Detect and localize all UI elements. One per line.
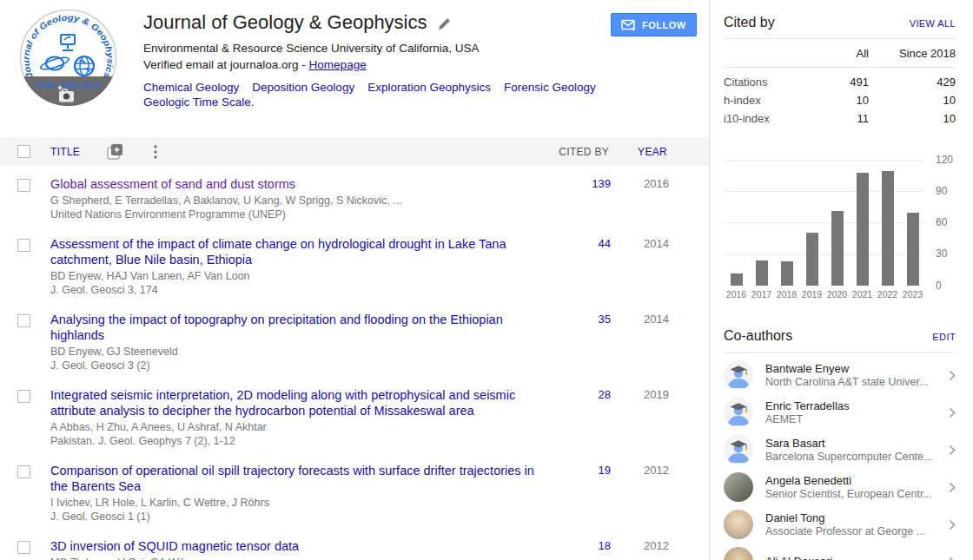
chart-y-tick: 0 [936, 280, 942, 292]
article-year: 2012 [611, 464, 669, 477]
interest-link-deposition-geology[interactable]: Deposition Geology [252, 80, 354, 95]
article-checkbox[interactable] [17, 179, 30, 192]
article-checkbox[interactable] [17, 390, 30, 403]
homepage-link[interactable]: Homepage [309, 58, 367, 71]
article-title-link[interactable]: 3D inversion of SQUID magnetic tensor da… [50, 539, 299, 553]
coauthor-row[interactable]: Sara Basart Barcelona Supercomputer Cent… [724, 432, 956, 469]
coauthor-row[interactable]: Daniel Tong Associate Professor at Georg… [724, 506, 956, 544]
select-all-checkbox[interactable] [17, 145, 30, 158]
profile-logo-image[interactable]: Journal of Geology & Geophysics [19, 9, 117, 107]
chart-x-tick: 2020 [824, 289, 850, 300]
coauthor-name: Sara Basart [765, 437, 943, 451]
follow-button-label: FOLLOW [642, 20, 686, 30]
coauthor-row[interactable]: Angela Benedetti Senior Scientist, Europ… [724, 469, 956, 506]
coauthors-panel-header: Co-authors EDIT [724, 328, 956, 353]
sort-by-title-link[interactable]: TITLE [50, 146, 80, 158]
article-venue: Pakistan. J. Geol. Geophys 7 (2), 1-12 [50, 434, 550, 448]
chevron-right-icon [949, 557, 956, 560]
chart-year-labels: 20162017201820192020202120222023 [724, 289, 925, 300]
stat-i10-index-all: 11 [806, 109, 869, 128]
coauthor-name: Bantwale Enyew [765, 362, 943, 376]
article-title-link[interactable]: Analysing the impact of topography on pr… [50, 313, 503, 342]
article-title-link[interactable]: Global assessment of sand and dust storm… [50, 177, 295, 191]
stat-label-h-index: h-index [724, 91, 806, 109]
stat-label-i10-index: i10-index [724, 109, 806, 128]
chart-x-tick: 2022 [875, 289, 900, 300]
article-checkbox[interactable] [17, 314, 30, 327]
cited-by-count-link[interactable]: 19 [550, 464, 611, 477]
chevron-right-icon [949, 370, 956, 381]
coauthor-row[interactable]: Ali Al Dousari [724, 544, 956, 560]
stat-h-index-since: 10 [869, 91, 956, 109]
article-venue: J. Geol. Geosci 3 (2) [50, 359, 550, 372]
article-checkbox[interactable] [17, 465, 30, 478]
coauthor-affiliation: AEMET [765, 413, 943, 426]
add-articles-icon[interactable] [106, 142, 124, 161]
more-options-icon[interactable] [149, 145, 162, 159]
chart-bar-2019[interactable] [806, 233, 818, 285]
article-authors: BD Enyew, GJ Steeneveld [50, 345, 550, 359]
article-year: 2016 [611, 177, 669, 190]
coauthor-affiliation: North Carolina A&T state Univer... [765, 376, 943, 389]
chart-bar-2021[interactable] [857, 173, 869, 285]
cited-by-panel-header: Cited by VIEW ALL [724, 0, 956, 39]
stat-i10-index-since: 10 [869, 109, 956, 128]
stat-citations-since: 429 [869, 73, 956, 91]
article-title-link[interactable]: Integrated seismic interpretation, 2D mo… [50, 388, 515, 418]
sort-by-year-link[interactable]: YEAR [609, 146, 667, 158]
chart-bar-2023[interactable] [907, 213, 919, 285]
scholar-profile-page: Journal of Geology & Geophysics [0, 0, 973, 560]
chart-y-tick: 60 [936, 216, 947, 228]
chart-bar-2017[interactable] [756, 260, 768, 286]
verified-email-text: Verified email at journaloa.org - [143, 58, 309, 71]
chart-x-tick: 2018 [774, 289, 799, 300]
interest-link-chemical-geology[interactable]: Chemical Geology [143, 80, 239, 95]
coauthors-title: Co-authors [724, 328, 792, 344]
interest-link-forensic-geology[interactable]: Forensic Geology [504, 80, 596, 95]
chart-x-tick: 2017 [749, 289, 774, 300]
follow-button[interactable]: FOLLOW [611, 13, 697, 36]
coauthor-row[interactable]: Enric Terradellas AEMET [724, 394, 956, 432]
edit-coauthors-link[interactable]: EDIT [932, 332, 956, 342]
graduate-avatar-icon [724, 360, 753, 390]
article-row: Comparison of operational oil spill traj… [0, 463, 709, 524]
cited-by-count-link[interactable]: 139 [550, 177, 611, 190]
article-checkbox[interactable] [17, 541, 30, 554]
chart-bar-2020[interactable] [831, 211, 844, 286]
cited-by-count-link[interactable]: 18 [550, 539, 611, 552]
chart-bar-2016[interactable] [731, 273, 743, 285]
coauthor-affiliation: Senior Scientist, European Centr... [765, 488, 943, 501]
article-authors: BD Enyew, HAJ Van Lanen, AF Van Loon [50, 269, 550, 283]
svg-text:ISSN: 2381-8719: ISSN: 2381-8719 [36, 80, 100, 89]
main-content: Journal of Geology & Geophysics [0, 0, 709, 560]
article-authors: MS Zhdanov, H Cai, GA Wilson [50, 556, 550, 560]
chart-x-tick: 2023 [900, 289, 925, 300]
citations-chart: 20162017201820192020202120222023 0306090… [724, 160, 956, 306]
interest-link-exploration-geophysics[interactable]: Exploration Geophysics [367, 80, 491, 95]
view-all-link[interactable]: VIEW ALL [910, 18, 956, 29]
chart-x-tick: 2021 [850, 289, 875, 300]
article-checkbox[interactable] [17, 239, 30, 252]
cited-by-count-link[interactable]: 28 [550, 388, 611, 401]
stats-col-since: Since 2018 [869, 39, 956, 68]
chevron-right-icon [949, 407, 956, 418]
interest-labels: Chemical Geology Deposition Geology Expl… [143, 80, 632, 109]
article-row: Analysing the impact of topography on pr… [0, 312, 709, 372]
articles-table-header: TITLE CITED BY YEAR [0, 137, 709, 166]
chart-bar-2022[interactable] [882, 171, 894, 286]
chart-y-tick: 30 [936, 247, 947, 260]
article-title-link[interactable]: Comparison of operational oil spill traj… [50, 464, 534, 493]
cited-by-count-link[interactable]: 35 [550, 313, 611, 326]
article-row: Global assessment of sand and dust storm… [0, 176, 709, 221]
article-year: 2014 [611, 237, 669, 250]
chart-bar-2018[interactable] [781, 261, 793, 286]
article-year: 2014 [611, 313, 669, 326]
edit-profile-icon[interactable] [438, 17, 451, 30]
article-title-link[interactable]: Assessment of the impact of climate chan… [50, 237, 506, 267]
chevron-right-icon [949, 482, 956, 493]
coauthor-name: Enric Terradellas [765, 399, 943, 413]
coauthor-row[interactable]: Bantwale Enyew North Carolina A&T state … [724, 357, 956, 394]
article-authors: I Ivichev, LR Hole, L Karlin, C Wettre, … [50, 496, 550, 510]
cited-by-count-link[interactable]: 44 [550, 237, 611, 250]
interest-link-geologic-time-scale[interactable]: Geologic Time Scale. [143, 95, 255, 109]
